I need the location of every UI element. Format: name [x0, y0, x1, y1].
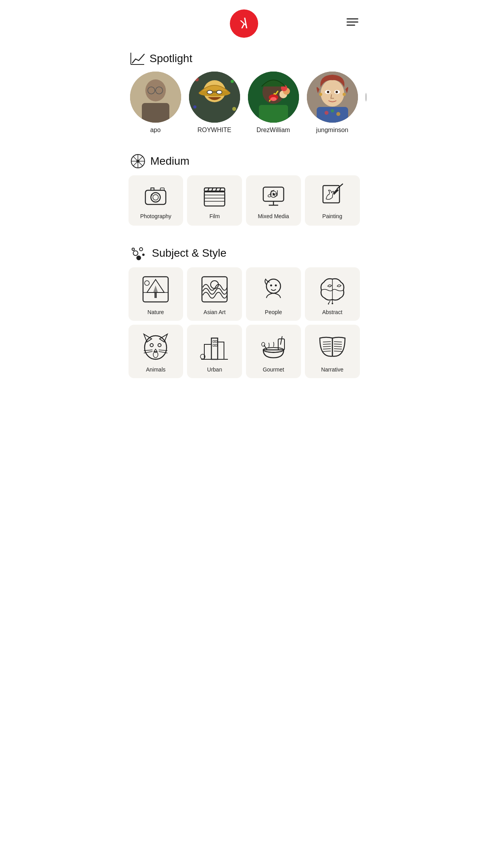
spotlight-name: apo [150, 127, 161, 134]
spotlight-name: jungminson [316, 127, 349, 134]
medium-section: Medium Photography [122, 145, 366, 234]
svg-point-91 [328, 303, 329, 305]
avatar[interactable] [130, 72, 181, 123]
svg-point-94 [145, 336, 167, 359]
medium-label: Painting [322, 213, 342, 219]
avatar-image [248, 72, 299, 123]
svg-point-85 [270, 285, 272, 287]
avatar-image [307, 72, 358, 123]
medium-grid: Photography [128, 175, 360, 226]
subject-label: Abstract [322, 309, 342, 315]
subject-style-section: Subject & Style Nature [122, 237, 366, 386]
svg-line-115 [281, 337, 282, 344]
subject-style-icon [130, 245, 147, 261]
subject-card-abstract[interactable]: Abstract [305, 267, 360, 321]
svg-rect-50 [204, 191, 225, 206]
svg-line-126 [334, 349, 342, 349]
subject-style-header: Subject & Style [122, 237, 366, 267]
avatar[interactable] [366, 72, 366, 123]
svg-point-86 [275, 285, 277, 287]
spotlight-scroll-list[interactable]: apo [122, 72, 366, 142]
svg-line-119 [323, 344, 331, 344]
subject-label: Animals [146, 366, 165, 373]
medium-card-painting[interactable]: Painting [305, 175, 360, 226]
svg-point-84 [266, 279, 281, 293]
spotlight-item[interactable]: DrezWilliam [248, 72, 299, 134]
spotlight-item[interactable]: jungminson [307, 72, 358, 134]
spotlight-icon [130, 52, 145, 65]
subject-style-grid: Nature Asian Art [128, 267, 360, 378]
medium-label: Film [209, 213, 220, 219]
svg-rect-12 [216, 90, 222, 94]
medium-label: Mixed Media [258, 213, 289, 219]
svg-point-17 [232, 107, 236, 111]
svg-point-72 [139, 248, 143, 251]
subject-card-animals[interactable]: Animals [128, 325, 183, 378]
svg-point-37 [336, 112, 340, 116]
svg-point-36 [331, 109, 334, 112]
medium-label: Photography [140, 213, 171, 219]
svg-line-123 [334, 342, 342, 342]
nature-icon [140, 274, 171, 305]
spotlight-item[interactable]: ROYWHITE [189, 72, 240, 134]
svg-point-95 [150, 344, 153, 347]
subject-label: Urban [207, 366, 222, 373]
app-logo[interactable]: k [230, 9, 258, 38]
svg-rect-69 [323, 186, 339, 203]
logo-k-letter: k [240, 17, 248, 31]
svg-point-81 [145, 281, 149, 285]
spotlight-name: DrezWilliam [257, 127, 290, 134]
svg-point-15 [231, 80, 234, 83]
svg-line-125 [334, 346, 342, 347]
subject-label: Nature [147, 309, 164, 315]
svg-rect-106 [213, 340, 215, 342]
subject-card-urban[interactable]: Urban [187, 325, 242, 378]
svg-line-90 [328, 301, 330, 303]
gourmet-icon [258, 331, 289, 362]
subject-card-people[interactable]: People [246, 267, 301, 321]
svg-line-122 [323, 351, 331, 351]
subject-card-narrative[interactable]: Narrative [305, 325, 360, 378]
subject-card-nature[interactable]: Nature [128, 267, 183, 321]
avatar-image [130, 72, 181, 123]
svg-point-27 [321, 80, 344, 107]
urban-icon [199, 331, 230, 362]
avatar[interactable] [189, 72, 240, 123]
svg-point-32 [319, 93, 322, 96]
svg-point-33 [343, 93, 346, 96]
film-icon [202, 183, 227, 208]
svg-line-127 [334, 351, 342, 351]
svg-line-124 [334, 344, 342, 344]
avatar-image [189, 72, 240, 123]
painting-icon [320, 183, 345, 208]
svg-point-73 [142, 254, 145, 256]
medium-card-film[interactable]: Film [187, 175, 242, 226]
svg-point-47 [153, 195, 158, 200]
svg-point-96 [158, 344, 161, 347]
svg-point-89 [332, 303, 333, 304]
avatar[interactable] [248, 72, 299, 123]
svg-marker-92 [144, 334, 152, 342]
medium-card-photography[interactable]: Photography [128, 175, 183, 226]
animals-icon [140, 331, 171, 362]
subject-card-gourmet[interactable]: Gourmet [246, 325, 301, 378]
svg-point-16 [193, 105, 196, 108]
avatar[interactable] [307, 72, 358, 123]
narrative-icon [317, 331, 348, 362]
spotlight-item[interactable] [366, 72, 366, 134]
svg-rect-107 [215, 340, 217, 342]
medium-title: Medium [150, 155, 190, 167]
spotlight-item[interactable]: apo [130, 72, 181, 134]
mixed-media-icon [261, 183, 286, 208]
menu-line-3 [347, 25, 355, 26]
svg-point-31 [336, 91, 338, 93]
svg-marker-80 [153, 285, 158, 292]
svg-rect-4 [142, 103, 169, 123]
subject-card-asian-art[interactable]: Asian Art [187, 267, 242, 321]
menu-button[interactable] [347, 18, 358, 26]
subject-style-grid-container: Nature Asian Art [122, 267, 366, 386]
medium-card-mixed-media[interactable]: Mixed Media [246, 175, 301, 226]
svg-rect-109 [215, 344, 217, 346]
svg-marker-97 [154, 349, 157, 351]
svg-line-118 [323, 342, 331, 342]
